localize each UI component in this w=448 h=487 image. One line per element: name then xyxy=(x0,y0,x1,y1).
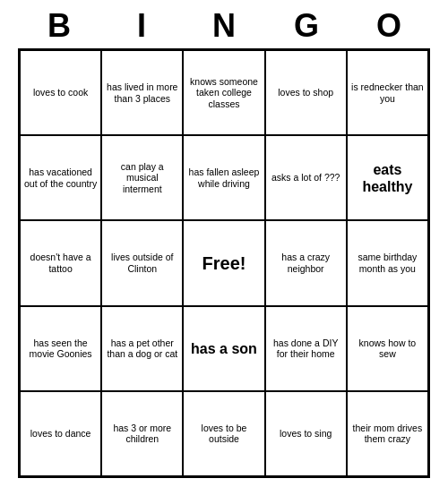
bingo-cell-3[interactable]: loves to shop xyxy=(265,50,347,135)
bingo-cell-22[interactable]: loves to be outside xyxy=(183,391,264,476)
bingo-letter-I: I xyxy=(105,7,178,45)
bingo-cell-8[interactable]: asks a lot of ??? xyxy=(265,135,347,220)
bingo-cell-17[interactable]: has a son xyxy=(183,306,264,391)
bingo-cell-1[interactable]: has lived in more than 3 places xyxy=(101,50,183,135)
bingo-letter-O: O xyxy=(352,7,426,45)
bingo-cell-23[interactable]: loves to sing xyxy=(265,391,347,476)
bingo-cell-10[interactable]: doesn't have a tattoo xyxy=(20,220,101,305)
bingo-grid: loves to cookhas lived in more than 3 pl… xyxy=(18,48,430,478)
bingo-cell-6[interactable]: can play a musical interment xyxy=(101,135,183,220)
bingo-letter-B: B xyxy=(22,7,96,45)
bingo-cell-2[interactable]: knows someone taken college classes xyxy=(183,50,264,135)
bingo-cell-15[interactable]: has seen the movie Goonies xyxy=(20,306,101,391)
bingo-letter-G: G xyxy=(270,7,343,45)
bingo-cell-4[interactable]: is rednecker than you xyxy=(347,50,428,135)
bingo-cell-18[interactable]: has done a DIY for their home xyxy=(265,306,347,391)
bingo-cell-7[interactable]: has fallen asleep while driving xyxy=(183,135,264,220)
bingo-cell-24[interactable]: their mom drives them crazy xyxy=(347,391,428,476)
bingo-cell-16[interactable]: has a pet other than a dog or cat xyxy=(101,306,183,391)
bingo-cell-14[interactable]: same birthday month as you xyxy=(347,220,428,305)
bingo-cell-19[interactable]: knows how to sew xyxy=(347,306,428,391)
bingo-header: BINGO xyxy=(18,7,430,45)
bingo-cell-9[interactable]: eats healthy xyxy=(347,135,428,220)
bingo-cell-5[interactable]: has vacationed out of the country xyxy=(20,135,101,220)
bingo-cell-0[interactable]: loves to cook xyxy=(20,50,101,135)
bingo-cell-11[interactable]: lives outside of Clinton xyxy=(101,220,183,305)
bingo-cell-13[interactable]: has a crazy neighbor xyxy=(265,220,347,305)
bingo-cell-21[interactable]: has 3 or more children xyxy=(101,391,183,476)
bingo-cell-12[interactable]: Free! xyxy=(183,220,264,305)
bingo-cell-20[interactable]: loves to dance xyxy=(20,391,101,476)
bingo-letter-N: N xyxy=(187,7,261,45)
